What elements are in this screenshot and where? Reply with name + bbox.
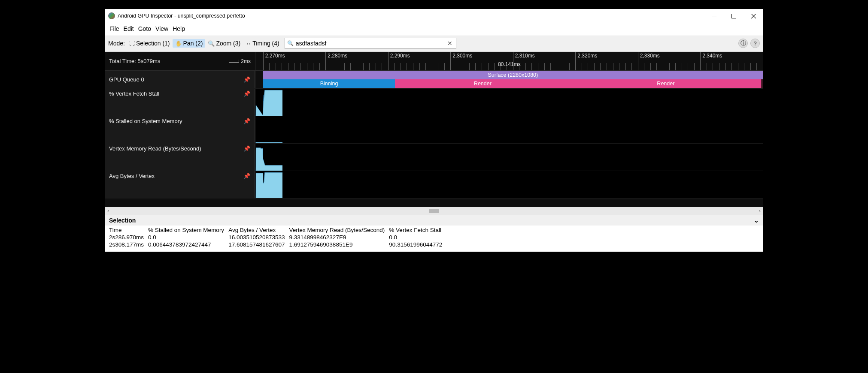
chart-track[interactable]: [255, 144, 763, 171]
table-row[interactable]: 2s286.970ms0.016.0035105208735339.331489…: [109, 234, 446, 241]
column-header[interactable]: Time: [109, 226, 148, 234]
svg-rect-0: [712, 16, 716, 16]
svg-marker-5: [255, 172, 282, 198]
track-header-gpu-queue[interactable]: GPU Queue 0 📌: [105, 71, 255, 88]
svg-marker-4: [255, 147, 282, 171]
close-button[interactable]: [744, 9, 763, 23]
mode-zoom-button[interactable]: 🔍Zoom (3): [205, 39, 243, 48]
total-time-label: Total Time: 5s079ms: [109, 58, 160, 64]
mode-selection-button[interactable]: ⛶Selection (1): [127, 39, 173, 48]
app-icon: [108, 12, 115, 19]
search-clear-button[interactable]: ✕: [444, 40, 456, 47]
menu-edit[interactable]: Edit: [121, 24, 136, 33]
track-header[interactable]: Avg Bytes / Vertex📌: [105, 171, 255, 198]
scroll-thumb[interactable]: [429, 209, 439, 213]
mode-timing-button[interactable]: ↔Timing (4): [243, 39, 282, 48]
toolbar: Mode: ⛶Selection (1) ✋Pan (2) 🔍Zoom (3) …: [105, 36, 763, 52]
pin-icon[interactable]: 📌: [243, 90, 250, 97]
column-header[interactable]: Avg Bytes / Vertex: [228, 226, 289, 234]
app-window: Android GPU Inspector - unsplit_compress…: [104, 9, 764, 252]
selection-table: Time% Stalled on System MemoryAvg Bytes …: [105, 226, 763, 252]
menu-goto[interactable]: Goto: [136, 24, 153, 33]
window-title: Android GPU Inspector - unsplit_compress…: [118, 13, 704, 19]
svg-marker-3: [255, 142, 282, 143]
info-button[interactable]: ⓘ: [738, 39, 748, 48]
svg-rect-1: [731, 14, 736, 18]
column-header[interactable]: % Vertex Fetch Stall: [389, 226, 446, 234]
track-header[interactable]: % Vertex Fetch Stall📌: [105, 89, 255, 116]
menu-file[interactable]: File: [107, 24, 121, 33]
table-row[interactable]: 2s308.177ms0.00644378397242744717.608157…: [109, 241, 446, 248]
scroll-right-arrow[interactable]: ›: [759, 208, 761, 214]
pin-icon[interactable]: 📌: [243, 76, 250, 83]
maximize-button[interactable]: [724, 9, 744, 23]
column-header[interactable]: Vertex Memory Read (Bytes/Second): [289, 226, 389, 234]
scroll-left-arrow[interactable]: ‹: [107, 208, 109, 214]
menubar[interactable]: File Edit Goto View Help: [105, 23, 763, 36]
titlebar[interactable]: Android GPU Inspector - unsplit_compress…: [105, 9, 763, 23]
svg-marker-2: [255, 90, 282, 116]
timeline[interactable]: Total Time: 5s079ms 2ms 2,270ms2,280ms2,…: [105, 52, 763, 207]
pan-icon: ✋: [175, 40, 182, 47]
search-icon: 🔍: [285, 40, 296, 46]
minimize-button[interactable]: [704, 9, 724, 23]
column-header[interactable]: % Stalled on System Memory: [148, 226, 228, 234]
selection-panel-header[interactable]: Selection ⌄: [105, 215, 763, 226]
timing-icon: ↔: [246, 40, 251, 47]
gpu-surface-span[interactable]: Surface (2280x1080): [263, 71, 763, 79]
search-field[interactable]: 🔍 ✕: [285, 38, 456, 49]
track-header[interactable]: % Stalled on System Memory📌: [105, 116, 255, 143]
menu-view[interactable]: View: [153, 24, 170, 33]
zoom-icon: 🔍: [208, 40, 215, 47]
chevron-down-icon[interactable]: ⌄: [754, 217, 759, 224]
gpu-queue-track[interactable]: Surface (2280x1080) Binning Render Rende…: [255, 71, 763, 88]
horizontal-scrollbar[interactable]: ‹ ›: [105, 207, 763, 215]
selection-icon: ⛶: [129, 40, 135, 47]
timeline-scale: 2ms: [229, 58, 251, 64]
gpu-render-span-2[interactable]: Render: [570, 79, 761, 88]
chart-track[interactable]: [255, 171, 763, 198]
menu-help[interactable]: Help: [170, 24, 187, 33]
mode-label: Mode:: [108, 40, 125, 47]
track-header[interactable]: Vertex Memory Read (Bytes/Second)📌: [105, 144, 255, 171]
chart-track[interactable]: [255, 116, 763, 143]
total-time-cell: Total Time: 5s079ms 2ms: [105, 52, 255, 70]
time-ruler[interactable]: 2,270ms2,280ms2,290ms2,300ms2,310ms2,320…: [255, 52, 763, 70]
help-button[interactable]: ?: [750, 39, 760, 48]
chart-track[interactable]: [255, 89, 763, 116]
gpu-render-span-1[interactable]: Render: [395, 79, 570, 88]
gpu-binning-span[interactable]: Binning: [263, 79, 395, 88]
pin-icon[interactable]: 📌: [243, 145, 250, 152]
pin-icon[interactable]: 📌: [243, 173, 250, 179]
mode-pan-button[interactable]: ✋Pan (2): [173, 39, 206, 48]
search-input[interactable]: [296, 40, 444, 47]
pin-icon[interactable]: 📌: [243, 118, 250, 124]
